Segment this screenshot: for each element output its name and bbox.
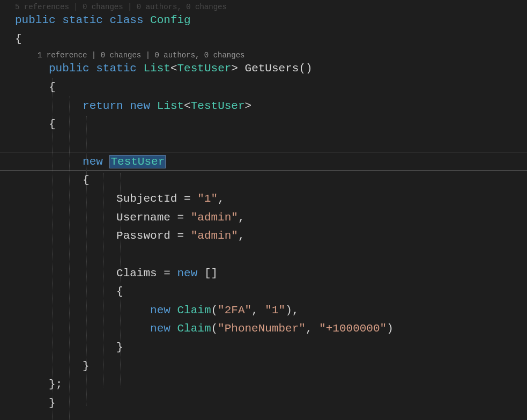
code-line[interactable]: new Claim("2FA", "1"),	[15, 301, 527, 320]
keyword-public: public	[49, 62, 90, 75]
string-literal: "+1000000"	[319, 322, 387, 335]
code-line[interactable]: {	[15, 171, 527, 190]
type-config: Config	[150, 14, 191, 26]
keyword-new: new	[150, 304, 170, 316]
code-line[interactable]: return new List<TestUser>	[15, 97, 527, 116]
method-getusers: GetUsers	[245, 62, 299, 75]
code-line[interactable]: public static class Config	[15, 11, 527, 30]
code-line[interactable]: };	[15, 375, 527, 394]
code-line[interactable]: new TestUser	[15, 153, 527, 172]
type-list: List	[143, 62, 170, 75]
code-line[interactable]: {	[15, 78, 527, 97]
code-line[interactable]: Password = "admin",	[15, 227, 527, 246]
keyword-static: static	[96, 62, 137, 75]
keyword-return: return	[83, 100, 123, 112]
code-line[interactable]: }	[15, 394, 527, 413]
keyword-static: static	[62, 14, 103, 26]
keyword-public: public	[15, 14, 56, 26]
type-claim: Claim	[177, 322, 211, 335]
code-line[interactable]: SubjectId = "1",	[15, 190, 527, 209]
keyword-class: class	[109, 14, 143, 26]
code-line[interactable]: Claims = new []	[15, 264, 527, 283]
keyword-new: new	[177, 267, 197, 279]
code-editor[interactable]: 5 references | 0 changes | 0 authors, 0 …	[0, 1, 527, 413]
code-line[interactable]: }	[15, 338, 527, 357]
keyword-new: new	[130, 100, 150, 112]
string-literal: "1"	[265, 304, 285, 316]
property-subjectid: SubjectId	[116, 193, 177, 205]
code-line[interactable]: {	[15, 283, 527, 301]
code-line[interactable]: Username = "admin",	[15, 209, 527, 227]
string-literal: "PhoneNumber"	[218, 322, 306, 335]
property-claims: Claims	[116, 267, 157, 279]
keyword-new: new	[83, 156, 103, 168]
code-line[interactable]	[15, 134, 527, 153]
code-line[interactable]: }	[15, 357, 527, 376]
brace-open: {	[15, 33, 22, 45]
code-line[interactable]: new Claim("PhoneNumber", "+1000000")	[15, 320, 527, 338]
string-literal: "admin"	[191, 230, 238, 242]
string-literal: "admin"	[191, 211, 238, 224]
code-line[interactable]	[15, 246, 527, 264]
type-testuser: TestUser	[191, 100, 245, 112]
property-username: Username	[116, 211, 170, 224]
code-line[interactable]: public static List<TestUser> GetUsers()	[15, 60, 527, 78]
string-literal: "2FA"	[218, 304, 251, 316]
type-claim: Claim	[177, 304, 211, 316]
type-testuser: TestUser	[177, 62, 232, 75]
property-password: Password	[116, 230, 170, 242]
code-line[interactable]: {	[15, 115, 527, 134]
string-literal: "1"	[197, 193, 218, 205]
selected-text: TestUser	[109, 155, 166, 168]
type-list: List	[157, 100, 184, 112]
code-line[interactable]: {	[15, 30, 527, 49]
keyword-new: new	[150, 322, 170, 335]
